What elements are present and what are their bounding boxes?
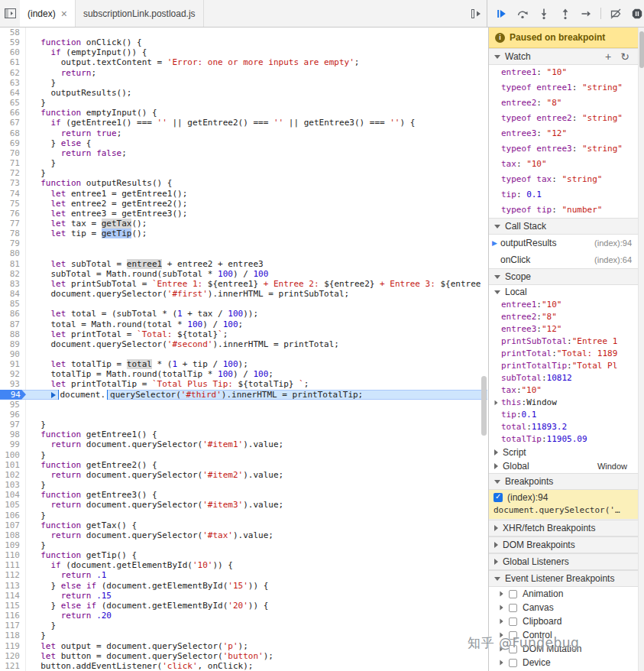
watch-item[interactable]: typeof entree2: "string" — [489, 111, 638, 126]
line-number[interactable]: 110 — [0, 550, 26, 560]
line-number[interactable]: 99 — [0, 439, 26, 449]
line-number[interactable]: 116 — [0, 611, 26, 621]
line-number[interactable]: 81 — [0, 259, 26, 269]
line-number[interactable]: 89 — [0, 339, 26, 349]
scope-local-header[interactable]: Local — [489, 285, 638, 299]
watch-item[interactable]: entree3: "12" — [489, 126, 638, 141]
line-number[interactable]: 96 — [0, 410, 26, 420]
refresh-watch-icon[interactable]: ↻ — [617, 50, 633, 63]
line-number[interactable]: 67 — [0, 118, 26, 128]
event-category-checkbox[interactable] — [509, 659, 517, 667]
watch-section-header[interactable]: Watch + ↻ — [489, 48, 638, 65]
line-number[interactable]: 73 — [0, 178, 26, 188]
line-number[interactable]: 82 — [0, 269, 26, 279]
line-number[interactable]: 114 — [0, 591, 26, 601]
line-number[interactable]: 66 — [0, 108, 26, 118]
line-number[interactable]: 64 — [0, 88, 26, 98]
line-number[interactable]: 87 — [0, 319, 26, 329]
line-number[interactable]: 95 — [0, 400, 26, 410]
breakpoints-section-header[interactable]: Breakpoints — [489, 473, 638, 490]
scope-variable[interactable]: this: Window — [489, 397, 638, 409]
line-number[interactable]: 117 — [0, 621, 26, 630]
line-number[interactable]: 85 — [0, 299, 26, 309]
resume-icon[interactable] — [491, 4, 510, 23]
line-number[interactable]: 98 — [0, 430, 26, 439]
line-number[interactable]: 109 — [0, 540, 26, 550]
scope-variable[interactable]: totalTip: 11905.09 — [489, 433, 638, 446]
watch-item[interactable]: tax: "10" — [489, 157, 638, 172]
dom-breakpoints-section-header[interactable]: DOM Breakpoints — [489, 536, 638, 553]
global-listeners-section-header[interactable]: Global Listeners — [489, 553, 638, 570]
breakpoint-entry[interactable]: (index):94 document.querySelector('… — [489, 490, 638, 520]
watch-item[interactable]: tip: 0.1 — [489, 187, 638, 203]
line-number[interactable]: 86 — [0, 309, 26, 319]
line-number[interactable]: 100 — [0, 450, 26, 460]
call-stack-frame[interactable]: onClick(index):64 — [489, 251, 638, 268]
line-number[interactable]: 58 — [0, 28, 26, 37]
line-number[interactable]: 91 — [0, 359, 26, 369]
step-into-icon[interactable] — [534, 4, 553, 23]
add-watch-icon[interactable]: + — [600, 50, 616, 63]
line-number[interactable]: 62 — [0, 68, 26, 78]
window-scrollbar-thumb[interactable] — [639, 31, 644, 68]
line-number[interactable]: 77 — [0, 219, 26, 229]
line-number[interactable]: 65 — [0, 98, 26, 108]
tab-subscriptionlink[interactable]: subscriptionLink.postload.js — [76, 0, 204, 27]
deactivate-breakpoints-icon[interactable] — [606, 4, 625, 23]
line-number[interactable]: 83 — [0, 279, 26, 289]
event-category-checkbox[interactable] — [509, 590, 517, 598]
line-number[interactable]: 105 — [0, 500, 26, 510]
watch-item[interactable]: entree1: "10" — [489, 65, 638, 80]
line-number[interactable]: 107 — [0, 520, 26, 530]
line-number[interactable]: 80 — [0, 248, 26, 258]
scope-variable[interactable]: entree3: "12" — [489, 323, 638, 336]
scope-variable[interactable]: total: 11893.2 — [489, 421, 638, 433]
scope-variable[interactable]: entree2: "8" — [489, 311, 638, 323]
line-number[interactable]: 93 — [0, 379, 26, 389]
step-icon[interactable] — [577, 4, 596, 23]
watch-item[interactable]: entree2: "8" — [489, 96, 638, 111]
pause-on-exceptions-icon[interactable] — [627, 4, 644, 23]
editor-scrollbar[interactable] — [481, 28, 487, 671]
navigator-toggle-icon[interactable] — [0, 0, 20, 27]
scope-variable[interactable]: entree1: "10" — [489, 299, 638, 311]
scope-global-header[interactable]: Global Window — [489, 459, 638, 473]
scope-variable[interactable]: tip: 0.1 — [489, 409, 638, 421]
scope-variable[interactable]: printTotalTip: "Total Pl — [489, 360, 638, 372]
line-number[interactable]: 90 — [0, 349, 26, 359]
step-over-icon[interactable] — [513, 4, 532, 23]
event-category-row[interactable]: Clipboard — [489, 614, 638, 628]
line-number[interactable]: 102 — [0, 470, 26, 480]
scope-variable[interactable]: tax: "10" — [489, 384, 638, 397]
line-number[interactable]: 69 — [0, 138, 26, 148]
event-category-row[interactable]: Animation — [489, 587, 638, 601]
watch-item[interactable]: typeof tax: "string" — [489, 172, 638, 187]
open-more-tabs-icon[interactable] — [467, 0, 487, 27]
line-number[interactable]: 59 — [0, 37, 26, 47]
scope-variable[interactable]: subTotal: 10812 — [489, 372, 638, 384]
step-out-icon[interactable] — [555, 4, 574, 23]
line-number[interactable]: 113 — [0, 581, 26, 591]
scope-variable[interactable]: printTotal: "Total: 1189 — [489, 348, 638, 360]
window-scrollbar[interactable] — [638, 28, 644, 671]
call-stack-frame[interactable]: ▶outputResults(index):94 — [489, 235, 638, 251]
code-editor[interactable]: 5859 function onClick() {60 if (emptyInp… — [0, 28, 487, 671]
event-category-checkbox[interactable] — [509, 604, 517, 612]
watch-item[interactable]: typeof tip: "number" — [489, 203, 638, 218]
tab-index[interactable]: (index) × — [20, 0, 76, 27]
line-number[interactable]: 103 — [0, 480, 26, 490]
scope-section-header[interactable]: Scope — [489, 268, 638, 285]
line-number[interactable]: 71 — [0, 158, 26, 168]
xhr-breakpoints-section-header[interactable]: XHR/fetch Breakpoints — [489, 520, 638, 536]
watch-item[interactable]: typeof entree3: "string" — [489, 141, 638, 157]
watch-item[interactable]: typeof entree1: "string" — [489, 80, 638, 96]
line-number[interactable]: 68 — [0, 128, 26, 138]
call-stack-section-header[interactable]: Call Stack — [489, 218, 638, 235]
line-number[interactable]: 78 — [0, 229, 26, 238]
line-number[interactable]: 61 — [0, 57, 26, 67]
line-number[interactable]: 118 — [0, 630, 26, 640]
event-category-row[interactable]: Device — [489, 656, 638, 669]
event-category-row[interactable]: Canvas — [489, 601, 638, 614]
line-number[interactable]: 60 — [0, 47, 26, 57]
line-number[interactable]: 115 — [0, 601, 26, 611]
